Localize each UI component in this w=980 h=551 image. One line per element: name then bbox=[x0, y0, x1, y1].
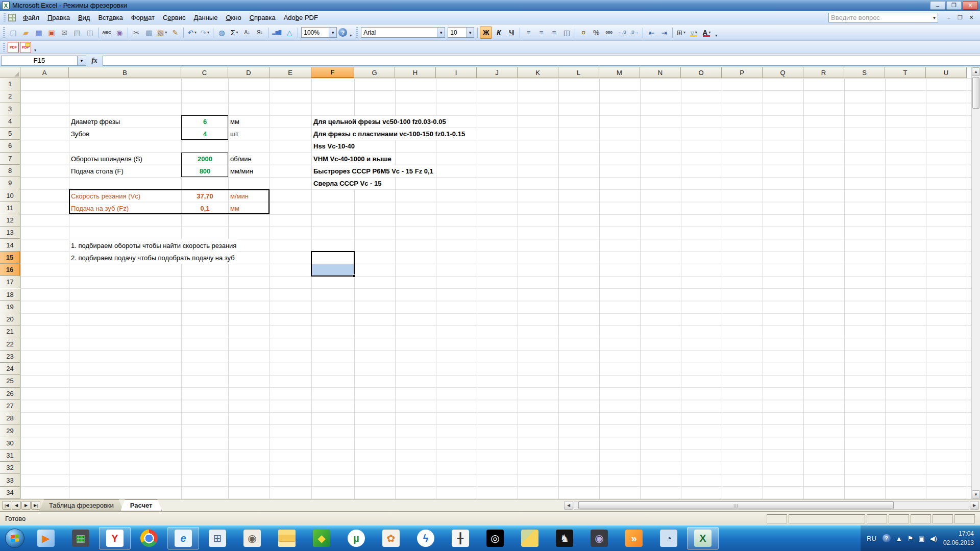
help-icon[interactable]: ? bbox=[338, 28, 347, 37]
tab-scroll-next-icon[interactable]: ▶ bbox=[21, 501, 31, 510]
row-header-32[interactable]: 32 bbox=[0, 462, 20, 474]
column-header-I[interactable]: I bbox=[436, 67, 477, 78]
toolbar-percent-icon[interactable]: % bbox=[590, 27, 602, 39]
menu-сервис[interactable]: Сервис bbox=[159, 12, 190, 23]
scroll-right-button[interactable]: ▶ bbox=[970, 501, 979, 510]
column-header-S[interactable]: S bbox=[844, 67, 885, 78]
row-header-20[interactable]: 20 bbox=[0, 313, 20, 325]
column-header-J[interactable]: J bbox=[477, 67, 518, 78]
menu-файл[interactable]: Файл bbox=[19, 12, 43, 23]
convert-to-pdf-and-email-icon[interactable]: PDF bbox=[20, 42, 31, 53]
row-header-8[interactable]: 8 bbox=[0, 165, 20, 177]
toolbar-mail-icon[interactable]: ✉ bbox=[58, 27, 70, 39]
row-header-3[interactable]: 3 bbox=[0, 103, 20, 115]
taskbar-internet-explorer-icon[interactable]: e bbox=[167, 527, 199, 549]
toolbar-format-painter-icon[interactable]: ✎ bbox=[169, 27, 181, 39]
row-header-33[interactable]: 33 bbox=[0, 474, 20, 486]
toolbar-print-icon[interactable]: ▤ bbox=[71, 27, 83, 39]
name-box-dropdown-icon[interactable]: ▾ bbox=[78, 56, 86, 66]
toolbar-font-size[interactable]: 10▾ bbox=[448, 27, 474, 38]
row-header-19[interactable]: 19 bbox=[0, 301, 20, 313]
tray-help-balloon-icon[interactable]: ? bbox=[883, 534, 891, 542]
toolbar-thousands-icon[interactable]: 000 bbox=[603, 27, 615, 39]
row-header-24[interactable]: 24 bbox=[0, 363, 20, 375]
menu-окно[interactable]: Окно bbox=[222, 12, 245, 23]
row-header-1[interactable]: 1 bbox=[0, 78, 20, 90]
tab-scroll-prev-icon[interactable]: ◀ bbox=[12, 501, 21, 510]
menu-правка[interactable]: Правка bbox=[43, 12, 74, 23]
horizontal-scrollbar[interactable]: ◀ ||| ▶ bbox=[564, 499, 980, 511]
row-header-25[interactable]: 25 bbox=[0, 375, 20, 387]
toolbar-font-color-icon[interactable]: А▾ bbox=[700, 27, 713, 39]
cell-C11[interactable]: 0,1 bbox=[182, 203, 228, 214]
close-button[interactable]: ✕ bbox=[963, 1, 978, 10]
cell-C5[interactable]: 4 bbox=[182, 128, 228, 140]
borders-dropdown-icon[interactable]: ▾ bbox=[683, 30, 685, 35]
column-header-B[interactable]: B bbox=[69, 67, 181, 78]
column-header-H[interactable]: H bbox=[395, 67, 436, 78]
fill-handle[interactable] bbox=[353, 274, 356, 278]
taskbar-sticky-notes-icon[interactable] bbox=[513, 525, 546, 551]
cell-D10[interactable]: м/мин bbox=[229, 190, 270, 202]
formula-input[interactable] bbox=[103, 56, 980, 66]
cell-D7[interactable]: об/мин bbox=[229, 153, 270, 165]
toolbar-autosum-icon[interactable]: Σ▾ bbox=[228, 27, 240, 39]
taskbar-google-chrome-icon[interactable] bbox=[133, 525, 165, 551]
column-header-K[interactable]: K bbox=[518, 67, 558, 78]
column-header-T[interactable]: T bbox=[885, 67, 926, 78]
toolbar-align-right-icon[interactable]: ≡ bbox=[548, 27, 560, 39]
column-header-R[interactable]: R bbox=[803, 67, 844, 78]
toolbar-grip[interactable] bbox=[356, 27, 358, 38]
row-header-2[interactable]: 2 bbox=[0, 90, 20, 103]
ask-question-box[interactable]: Введите вопрос ▾ bbox=[828, 13, 938, 22]
toolbar-sort-ascending-icon[interactable]: А↓ bbox=[241, 27, 253, 39]
cell-F8[interactable]: Быстрорез СССР Р6М5 Vc - 15 Fz 0,1 bbox=[312, 165, 435, 177]
taskbar-camera-app-icon[interactable]: ◉ bbox=[236, 525, 268, 551]
workbook-minimize-button[interactable]: – bbox=[944, 14, 953, 21]
scroll-up-button[interactable]: ▲ bbox=[972, 67, 980, 76]
toolbar-align-left-icon[interactable]: ≡ bbox=[522, 27, 534, 39]
scroll-down-button[interactable]: ▼ bbox=[972, 490, 980, 499]
toolbar-borders-icon[interactable]: ⊞▾ bbox=[675, 27, 687, 39]
restore-button[interactable]: ❐ bbox=[946, 1, 962, 10]
row-header-12[interactable]: 12 bbox=[0, 214, 20, 227]
active-cell-selection[interactable] bbox=[311, 251, 355, 277]
fill-color-dropdown-icon[interactable]: ▾ bbox=[695, 30, 697, 35]
minimize-button[interactable]: – bbox=[930, 1, 945, 10]
cell-C4[interactable]: 6 bbox=[182, 116, 228, 128]
select-all-corner[interactable] bbox=[0, 67, 20, 78]
taskbar-dark-tribal-app-icon[interactable]: ♞ bbox=[548, 525, 581, 551]
sheet-cells[interactable]: Диаметр фрезы6ммЗубов4штОбороты шпинделя… bbox=[20, 78, 971, 499]
row-header-16[interactable]: 16 bbox=[0, 264, 20, 276]
tray-volume-icon[interactable]: ◀) bbox=[930, 535, 937, 542]
tab-scroll-last-icon[interactable]: ▶| bbox=[31, 501, 40, 510]
tray-network-icon[interactable]: ▣ bbox=[918, 535, 924, 542]
taskbar-paint-net-icon[interactable]: ✿ bbox=[375, 525, 407, 551]
language-indicator[interactable]: RU bbox=[867, 535, 876, 542]
taskbar-photo-viewer-dark-icon[interactable]: ◉ bbox=[583, 525, 616, 551]
redo-dropdown-icon[interactable]: ▾ bbox=[207, 30, 209, 35]
toolbar-spelling-icon[interactable]: ABC bbox=[101, 27, 113, 39]
column-header-F[interactable]: F bbox=[311, 67, 354, 78]
toolbar-save-icon[interactable]: ▦ bbox=[33, 27, 45, 39]
menu-вставка[interactable]: Вставка bbox=[94, 12, 127, 23]
toolbar-font[interactable]: Arial▾ bbox=[361, 27, 445, 38]
toolbar-open-icon[interactable]: ▰ bbox=[20, 27, 32, 39]
taskbar-system-gauges-icon[interactable]: ◔ bbox=[652, 525, 685, 551]
toolbar-grip[interactable] bbox=[3, 43, 5, 52]
row-header-6[interactable]: 6 bbox=[0, 140, 20, 152]
toolbar-copy-icon[interactable]: ▥ bbox=[143, 27, 155, 39]
row-header-4[interactable]: 4 bbox=[0, 115, 20, 128]
column-header-P[interactable]: P bbox=[722, 67, 763, 78]
font-size-dropdown-icon[interactable]: ▾ bbox=[466, 28, 474, 37]
column-header-U[interactable]: U bbox=[926, 67, 967, 78]
cell-F9[interactable]: Сверла СССР Vc - 15 bbox=[312, 178, 383, 189]
row-header-26[interactable]: 26 bbox=[0, 388, 20, 400]
row-header-5[interactable]: 5 bbox=[0, 128, 20, 140]
cell-B4[interactable]: Диаметр фрезы bbox=[69, 116, 181, 128]
cell-F5[interactable]: Для фрезы с пластинами vc-100-150 fz0.1-… bbox=[312, 128, 467, 140]
horizontal-scroll-thumb[interactable]: ||| bbox=[578, 502, 894, 509]
taskbar-green-diamond-app-icon[interactable]: ◆ bbox=[305, 525, 338, 551]
toolbar-permission-icon[interactable]: ▣ bbox=[45, 27, 58, 39]
toolbar-hyperlink-icon[interactable]: ◍ bbox=[215, 27, 228, 39]
